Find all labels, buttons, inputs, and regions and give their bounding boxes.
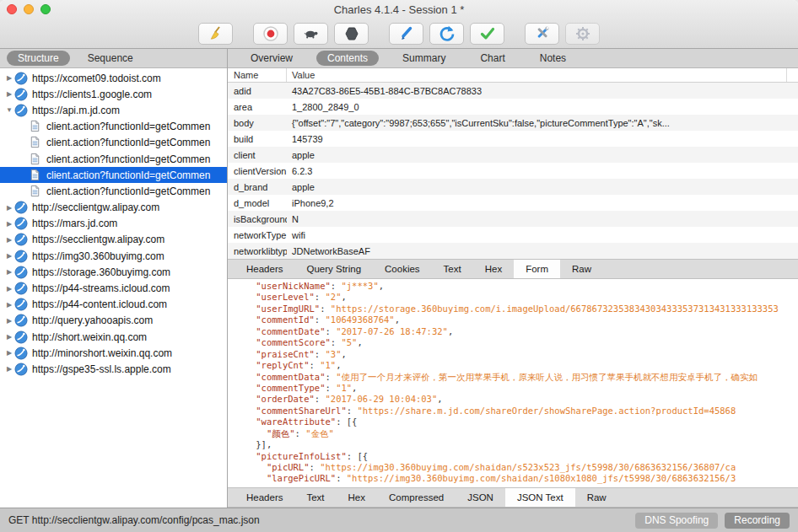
tree-node-host[interactable]: ▼https://api.m.jd.com [0,102,227,118]
tree-node-label: https://p44-content.icloud.com [32,298,167,310]
disclosure-triangle[interactable]: ▶ [4,268,14,276]
json-line: "praiseCnt": "3", [235,349,798,360]
request-tab-text[interactable]: Text [432,260,473,278]
tree-node-host[interactable]: ▶http://minorshort.weixin.qq.com [0,345,227,361]
disclosure-triangle[interactable]: ▶ [4,317,14,325]
tree-node-host[interactable]: ▶http://query.yahooapis.com [0,313,227,329]
tab-structure[interactable]: Structure [7,51,70,66]
param-row[interactable]: networklibtypeJDNetworkBaseAF [228,243,798,259]
response-tab-hex[interactable]: Hex [337,488,377,507]
hexagon-icon [342,24,361,43]
tree-node-request[interactable]: client.action?functionId=getCommen [0,119,227,135]
tree-node-request[interactable]: client.action?functionId=getCommen [0,167,227,183]
breakpoints-button[interactable] [334,23,369,45]
column-header-value[interactable]: Value [287,68,786,82]
response-tab-json-text[interactable]: JSON Text [505,488,575,507]
tree-node-host[interactable]: ▶https://clients1.google.com [0,86,227,102]
param-row[interactable]: isBackgroundN [228,211,798,227]
tree-node-host[interactable]: ▶http://secclientgw.alipay.com [0,200,227,216]
disclosure-triangle[interactable]: ▶ [4,90,14,98]
tools-button[interactable] [525,23,559,45]
site-icon [14,282,28,295]
param-name: networkType [228,230,287,240]
tree-node-request[interactable]: client.action?functionId=getCommen [0,183,227,199]
param-row[interactable]: build145739 [228,131,798,147]
tree-node-host[interactable]: ▶https://storage.360buyimg.com [0,264,227,280]
gear-icon [574,24,592,43]
tree-node-host[interactable]: ▶https://xcomet09.todoist.com [0,70,227,86]
tab-sequence[interactable]: Sequence [77,51,144,66]
tree-node-host[interactable]: ▶https://gspe35-ssl.ls.apple.com [0,361,227,377]
document-icon [29,120,42,133]
json-line: "commentShareUrl": "https://share.m.jd.c… [235,406,798,416]
response-tab-text[interactable]: Text [294,488,336,507]
record-button[interactable] [253,23,288,45]
disclosure-triangle[interactable]: ▶ [4,349,14,357]
tree-node-host[interactable]: ▶https://mars.jd.com [0,216,227,232]
response-tab-raw[interactable]: Raw [575,488,618,507]
param-row[interactable]: clientapple [228,147,798,163]
clear-session-button[interactable] [198,23,233,45]
param-row[interactable]: networkTypewifi [228,227,798,243]
request-tab-cookies[interactable]: Cookies [373,260,432,278]
request-tab-hex[interactable]: Hex [473,260,514,278]
disclosure-triangle[interactable]: ▶ [4,220,14,228]
param-name: area [228,102,287,112]
disclosure-triangle[interactable]: ▶ [4,236,14,244]
tree-node-request[interactable]: client.action?functionId=getCommen [0,151,227,167]
disclosure-triangle[interactable]: ▶ [4,365,14,373]
compose-button[interactable] [389,23,423,45]
param-name: body [228,118,287,128]
throttle-button[interactable] [294,23,328,45]
tab-contents[interactable]: Contents [316,51,379,66]
validate-button[interactable] [470,23,504,45]
recording-badge[interactable]: Recording [725,513,790,529]
request-tab-query-string[interactable]: Query String [294,260,373,278]
response-tab-headers[interactable]: Headers [235,488,294,507]
request-tab-headers[interactable]: Headers [235,260,294,278]
param-row[interactable]: body{"offset":"7","category":"9987;653;6… [228,115,798,131]
tree-node-request[interactable]: client.action?functionId=getCommen [0,135,227,151]
dns-spoofing-badge[interactable]: DNS Spoofing [635,513,718,529]
tab-notes[interactable]: Notes [529,51,577,66]
json-line: "commentScore": "5", [235,337,798,348]
close-window-button[interactable] [7,4,17,14]
site-icon [14,88,28,101]
disclosure-triangle[interactable]: ▶ [4,301,14,309]
tree-node-host[interactable]: ▶https://img30.360buyimg.com [0,248,227,264]
disclosure-triangle[interactable]: ▶ [4,74,14,82]
disclosure-triangle[interactable]: ▶ [4,285,14,293]
zoom-window-button[interactable] [40,4,51,14]
tree-node-host[interactable]: ▶http://short.weixin.qq.com [0,329,227,345]
response-tab-compressed[interactable]: Compressed [377,488,456,507]
site-icon [14,347,28,360]
disclosure-triangle[interactable]: ▼ [4,106,14,114]
column-header-name[interactable]: Name [228,68,287,82]
param-row[interactable]: d_modeliPhone9,2 [228,195,798,211]
param-row[interactable]: adid43A27C83-86E5-45B1-884C-B7BC8AC78833 [228,83,798,99]
param-name: d_model [228,198,287,208]
tree-node-host[interactable]: ▶https://secclientgw.alipay.com [0,232,227,248]
tree-node-host[interactable]: ▶https://p44-streams.icloud.com [0,280,227,296]
minimize-window-button[interactable] [24,4,34,14]
request-tab-raw[interactable]: Raw [560,260,603,278]
disclosure-triangle[interactable]: ▶ [4,252,14,260]
disclosure-triangle[interactable]: ▶ [4,333,14,341]
tree-node-host[interactable]: ▶https://p44-content.icloud.com [0,297,227,313]
disclosure-triangle[interactable]: ▶ [4,204,14,212]
param-row[interactable]: d_brandapple [228,179,798,195]
tab-summary[interactable]: Summary [391,51,456,66]
repeat-button[interactable] [429,23,464,45]
main-content: StructureSequence ▶https://xcomet09.todo… [0,49,798,508]
param-row[interactable]: area1_2800_2849_0 [228,99,798,115]
tab-chart[interactable]: Chart [469,51,515,66]
json-line: "commentId": "10649368764", [235,314,798,325]
tree-node-label: https://api.m.jd.com [32,105,120,116]
crossed-tools-icon [533,24,552,43]
request-tab-form[interactable]: Form [514,260,560,278]
tab-overview[interactable]: Overview [240,51,304,66]
settings-button[interactable] [565,23,600,45]
param-row[interactable]: clientVersion6.2.3 [228,163,798,179]
response-tab-json[interactable]: JSON [456,488,505,507]
json-line: "commentData": "使用了一个月才来评价，第一次用苹果手机，原来听人… [235,372,798,383]
